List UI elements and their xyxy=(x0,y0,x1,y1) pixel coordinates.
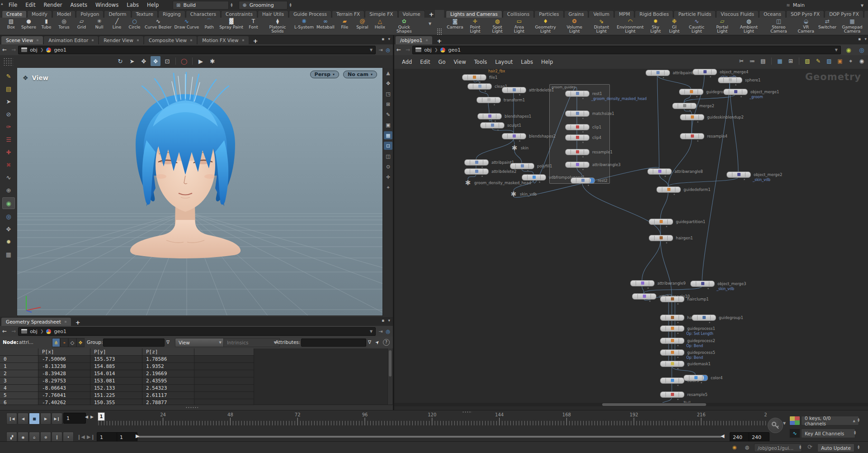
comb-icon[interactable]: ☰ xyxy=(3,134,14,145)
range-jump-start-icon[interactable]: ❙◀ xyxy=(77,434,85,440)
shelf-tool-camera[interactable]: ◙Camera xyxy=(447,18,463,29)
tab-render-view[interactable]: Render View xyxy=(99,36,143,44)
align-nodes-icon[interactable]: ≔ xyxy=(748,57,756,66)
shelf-tab-terrain-fx[interactable]: Terrain FX xyxy=(332,10,364,18)
node-body[interactable] xyxy=(522,174,546,181)
cut-brush-icon[interactable]: ✖ xyxy=(3,159,14,170)
light-icon[interactable]: ✹ xyxy=(3,236,14,247)
shelf-tool-portal-light[interactable]: ▱Portal Light xyxy=(711,18,734,33)
status-path-field[interactable]: /obj/geo1/gui... xyxy=(754,443,802,452)
stop-icon[interactable]: ■ xyxy=(29,413,40,424)
node-body[interactable] xyxy=(680,114,704,120)
shelf-tab-fem[interactable]: FEM xyxy=(864,10,868,18)
node-body[interactable] xyxy=(679,89,703,95)
node-body[interactable] xyxy=(632,293,656,300)
axis-icon[interactable]: ✛ xyxy=(384,173,392,181)
background-image-icon[interactable]: ▧ xyxy=(803,57,811,66)
network-node-guideprocess2[interactable]: guideprocess2Op: Bend xyxy=(660,338,715,344)
node-body[interactable] xyxy=(693,69,717,75)
snapshot-sphere-icon[interactable]: ◉ xyxy=(844,45,854,55)
node-body[interactable] xyxy=(660,296,684,302)
shelf-tool-helix[interactable]: △Helix xyxy=(372,18,388,29)
tab-motion-fx-view[interactable]: Motion FX View xyxy=(198,36,248,44)
shelf-tool-draw-curve[interactable]: ∿Draw Curve xyxy=(174,18,200,29)
update-mode-button[interactable]: Auto Update xyxy=(817,443,854,452)
network-node-object-merge4[interactable]: object_merge4_skin_vdb xyxy=(693,69,748,75)
menu-item-help[interactable]: Help xyxy=(143,0,163,10)
menu-item-render[interactable]: Render xyxy=(40,0,66,10)
view-menu-icon[interactable]: ❖ xyxy=(23,74,28,81)
node-body[interactable] xyxy=(510,163,534,169)
shelf-tool-tube[interactable]: ▮Tube xyxy=(38,18,55,29)
network-menu-labs[interactable]: Labs xyxy=(517,57,537,67)
network-node-skin-vdb[interactable]: ✱skin_vdb xyxy=(510,191,537,197)
camera-button[interactable]: No cam▾ xyxy=(343,71,377,78)
network-node-polyfill1[interactable]: polyfill1 xyxy=(510,163,552,169)
shelf-tool-vr-camera[interactable]: ◒VR Camera xyxy=(794,18,817,33)
node-body[interactable] xyxy=(476,97,501,103)
path-dropdown-icon[interactable]: ▼ xyxy=(370,329,373,334)
points-filter-icon[interactable]: ∘ xyxy=(60,338,68,347)
cut-wires-icon[interactable]: ✂ xyxy=(737,57,745,66)
3d-viewport[interactable]: ❖ View Persp▾ No cam▾ xyxy=(17,68,382,315)
shelf-tool-spiral[interactable]: @Spiral xyxy=(354,18,371,29)
back-button[interactable]: ← xyxy=(394,47,403,53)
node-body[interactable] xyxy=(660,325,684,332)
tab-animation-editor[interactable]: Animation Editor xyxy=(44,36,98,44)
node-body[interactable] xyxy=(723,89,748,95)
projection-button[interactable]: Persp▾ xyxy=(310,71,339,78)
shelf-tool-circle[interactable]: ○Circle xyxy=(126,18,143,29)
split-view-icon[interactable]: ◫ xyxy=(384,152,392,160)
column-header-p-y-[interactable]: P[y] xyxy=(90,348,142,356)
network-node-file1[interactable]: file1hair2_fbx xyxy=(462,74,497,81)
paint-brush-icon[interactable]: ✑ xyxy=(3,121,14,132)
select-tool-icon[interactable]: ➤ xyxy=(3,96,14,107)
shelf-tool-point-light[interactable]: ✛Point Light xyxy=(464,18,486,33)
menu-item-windows[interactable]: Windows xyxy=(91,0,123,10)
status-path-spinner[interactable]: ▲▼ xyxy=(799,445,801,449)
network-node-resample5[interactable]: resample5 xyxy=(660,391,708,398)
pane-controls[interactable]: ▪▾ xyxy=(382,318,390,323)
network-menu-edit[interactable]: Edit xyxy=(416,57,434,67)
range-end-field-2[interactable]: 240 xyxy=(749,432,769,442)
network-node-object-merge3[interactable]: object_merge3_skin_vdb xyxy=(690,281,746,287)
wireframe-mode-icon[interactable]: ▦ xyxy=(384,131,392,139)
main-desktop-menu[interactable]: ≋ Main xyxy=(786,0,805,10)
shelf-tab-viscous-fluids[interactable]: Viscous Fluids xyxy=(716,10,759,18)
pick-icon[interactable]: ➤ xyxy=(374,339,381,346)
view-dropdown[interactable]: View▼ xyxy=(175,338,225,347)
range-end-field[interactable]: 240 xyxy=(730,432,750,442)
shelf-tool-sky-light[interactable]: ✹Sky Light xyxy=(646,18,665,33)
set-key-button[interactable] xyxy=(768,418,783,433)
shelf-tool-distant-light[interactable]: ⇘Distant Light xyxy=(589,18,614,33)
new-tab-button[interactable]: + xyxy=(433,38,445,44)
hand-tool-icon[interactable]: ✥ xyxy=(3,224,14,234)
network-node-clip1[interactable]: clip1 xyxy=(565,124,601,130)
transform-handle-icon[interactable]: ✥ xyxy=(139,56,149,66)
network-node-hairgen1[interactable]: hairgen1 xyxy=(649,235,693,241)
scroll-up-icon[interactable]: ▲ xyxy=(384,69,392,77)
node-body[interactable] xyxy=(480,122,505,129)
color-palette-icon[interactable]: ▦ xyxy=(776,57,784,66)
node-body[interactable] xyxy=(647,168,672,175)
node-body[interactable] xyxy=(672,103,697,109)
jump-to-start-icon[interactable]: ❙◀ xyxy=(6,413,17,424)
fill-tool-icon[interactable]: ▤ xyxy=(3,83,14,94)
shelf-tab-constraints[interactable]: Constraints xyxy=(221,10,257,18)
network-node-groom-density-masked-head[interactable]: ✱groom_density_masked_head xyxy=(464,180,531,186)
network-node-sphere1[interactable]: sphere1 xyxy=(718,77,760,83)
desktop-spinner[interactable]: ▲▼ xyxy=(231,3,232,7)
tab-geometry-spreadsheet[interactable]: Geometry Spreadsheet xyxy=(1,318,71,326)
node-value[interactable]: attri... xyxy=(19,339,33,345)
shelf-tool-torus[interactable]: ◎Torus xyxy=(56,18,72,29)
node-body[interactable] xyxy=(660,377,684,384)
snapshot-icon[interactable]: ▦ xyxy=(3,249,14,260)
shelf-tool-gamepad-camera[interactable]: ▦Gamepad Camera xyxy=(837,18,867,33)
shelf-tool-stereo-camera[interactable]: ◫Stereo Camera xyxy=(764,18,793,33)
shelf-tab-polygon[interactable]: Polygon xyxy=(76,10,104,18)
key-all-channels-button[interactable]: Key All Channels xyxy=(801,429,855,438)
playhead[interactable]: 1 xyxy=(98,412,105,421)
shelf-tab-guide-process[interactable]: Guide Process xyxy=(289,10,331,18)
node-body[interactable] xyxy=(660,338,684,344)
pane-controls[interactable]: ▪▾ xyxy=(858,37,867,41)
